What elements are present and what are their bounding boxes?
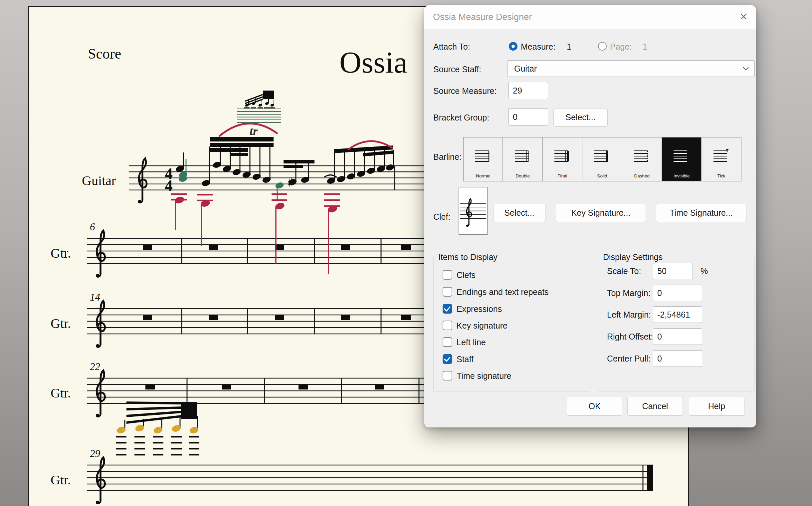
checkbox-time-signature[interactable]: [443, 371, 452, 381]
checkbox-clefs[interactable]: [443, 270, 452, 280]
cancel-button[interactable]: Cancel: [627, 397, 683, 416]
ds-label-0: Scale To:: [607, 266, 641, 276]
barline-option-label: Invisible: [662, 173, 701, 178]
key-signature-label: Key Signature...: [571, 208, 631, 218]
svg-text:22: 22: [90, 361, 100, 372]
beamed-run-3: [327, 146, 395, 185]
source-measure-input[interactable]: [509, 82, 548, 99]
source-staff-value: Guitar: [514, 64, 537, 74]
item-label: Endings and text repeats: [457, 287, 549, 297]
svg-text:14: 14: [90, 291, 100, 303]
clef-select-label: Select...: [504, 208, 534, 218]
percent-suffix: %: [701, 266, 708, 276]
invisible-barline-icon: [672, 149, 691, 164]
bracket-group-input[interactable]: [509, 108, 548, 125]
treble-clef-icon: [96, 370, 105, 417]
checkbox-left-line[interactable]: [443, 337, 452, 347]
item-label: Expressions: [457, 304, 502, 314]
treble-clef-icon: [459, 187, 487, 234]
bracket-group-select-button[interactable]: Select...: [553, 108, 608, 126]
ds-label-4: Center Pull:: [607, 354, 651, 363]
source-staff-label: Source Staff:: [433, 65, 481, 74]
ok-button[interactable]: OK: [567, 397, 622, 416]
dialog-titlebar[interactable]: Ossia Measure Designer ✕: [424, 5, 756, 29]
barline-option-invisible[interactable]: Invisible: [662, 137, 702, 181]
barline-option-final[interactable]: Final: [543, 137, 582, 181]
ds-input-left-margin[interactable]: [653, 306, 702, 323]
ds-input-scale-to[interactable]: [653, 263, 693, 279]
item-label: Clefs: [457, 270, 475, 280]
item-label: Left line: [457, 338, 486, 347]
attach-measure-radio[interactable]: [509, 42, 518, 51]
item-row-left-line: Left line: [443, 337, 582, 347]
red-cue-note-1: [171, 194, 187, 230]
barline-option-label: Normal: [464, 173, 503, 178]
svg-text:6: 6: [90, 221, 95, 233]
source-measure-label: Source Measure:: [433, 86, 497, 96]
final-barline-icon: [553, 149, 571, 164]
item-row-key-signature: Key signature: [443, 321, 582, 331]
trill-marking: tr: [250, 124, 258, 138]
ds-label-2: Left Margin:: [607, 310, 651, 320]
close-icon[interactable]: ✕: [740, 11, 747, 23]
clef-select-button[interactable]: Select...: [493, 204, 545, 222]
attach-page-value: 1: [643, 42, 647, 52]
barline-option-double[interactable]: Double: [503, 137, 542, 181]
normal-barline-icon: [474, 149, 492, 164]
svg-text:Gtr.: Gtr.: [51, 473, 71, 487]
key-signature-button[interactable]: Key Signature...: [556, 204, 646, 222]
barline-option-label: Tick: [702, 173, 741, 178]
barline-option-dashed[interactable]: Dashed: [622, 137, 662, 181]
treble-clef-icon: [96, 457, 105, 504]
ds-input-right-offset[interactable]: [653, 328, 702, 345]
checkbox-endings-and-text-repeats[interactable]: [443, 287, 452, 297]
help-button[interactable]: Help: [689, 397, 744, 416]
svg-text:Guitar: Guitar: [82, 173, 116, 188]
barline-option-label: Double: [503, 173, 542, 178]
barline-label: Barline:: [433, 152, 462, 162]
clef-preview[interactable]: [459, 187, 487, 235]
staff-system-5: Gtr.29: [51, 448, 653, 504]
sharp-accidental: ♯: [287, 175, 293, 190]
barline-option-solid[interactable]: Solid: [582, 137, 622, 181]
check-icon: [443, 304, 452, 314]
attach-page-label[interactable]: Page:: [610, 42, 632, 52]
ds-input-center-pull[interactable]: [653, 350, 702, 367]
treble-clef-icon: [96, 301, 105, 348]
treble-clef-icon: [96, 231, 105, 278]
source-staff-dropdown[interactable]: Guitar: [507, 60, 755, 77]
attach-to-label: Attach To:: [433, 42, 470, 52]
checkbox-expressions[interactable]: [443, 304, 452, 314]
solid-barline-icon: [593, 149, 611, 164]
barline-option-tick[interactable]: Tick: [702, 137, 741, 181]
bracket-group-label: Bracket Group:: [433, 113, 489, 122]
treble-clef-icon: [138, 158, 147, 203]
ds-input-top-margin[interactable]: [653, 284, 702, 301]
barline-option-label: Solid: [582, 173, 622, 178]
help-label: Help: [708, 402, 725, 411]
checkbox-key-signature[interactable]: [443, 321, 452, 330]
barline-selector: NormalDoubleFinalSolidDashedInvisibleTic…: [463, 137, 742, 181]
attach-page-radio[interactable]: [598, 42, 607, 51]
item-label: Staff: [457, 354, 473, 364]
svg-text:4: 4: [165, 177, 173, 194]
time-signature-button[interactable]: Time Signature...: [656, 204, 746, 222]
ds-label-3: Right Offset:: [607, 332, 653, 342]
ossia-fragment: [237, 91, 281, 122]
item-row-endings-and-text-repeats: Endings and text repeats: [443, 287, 582, 297]
attach-measure-label[interactable]: Measure:: [521, 42, 555, 52]
barline-option-label: Dashed: [622, 173, 661, 178]
items-to-display-title: Items to Display: [436, 252, 500, 262]
svg-text:Gtr.: Gtr.: [51, 386, 71, 401]
svg-text:Gtr.: Gtr.: [51, 316, 71, 331]
item-label: Time signature: [457, 371, 511, 381]
barline-option-normal[interactable]: Normal: [463, 137, 503, 181]
item-row-expressions: Expressions: [443, 304, 582, 314]
beamed-run-1: [201, 137, 274, 187]
dialog-title: Ossia Measure Designer: [433, 12, 532, 22]
time-signature-label: Time Signature...: [669, 208, 732, 218]
item-label: Key signature: [457, 321, 508, 331]
barline-option-label: Final: [543, 173, 582, 178]
clef-label: Clef:: [433, 212, 450, 222]
checkbox-staff[interactable]: [443, 354, 452, 364]
